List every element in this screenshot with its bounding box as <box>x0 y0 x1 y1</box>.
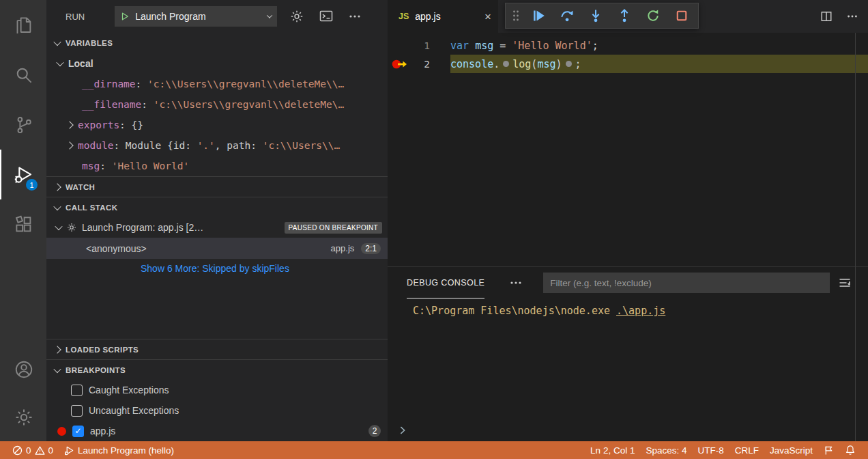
code-editor[interactable]: 1 var msg = 'Hello World'; 2 console.log… <box>388 33 868 266</box>
call-stack-section-label: CALL STACK <box>66 204 117 212</box>
scope-local-row[interactable]: Local <box>46 53 388 74</box>
step-over-button[interactable] <box>555 5 579 26</box>
language-mode-status[interactable]: JavaScript <box>764 441 818 459</box>
close-tab-icon[interactable]: × <box>484 11 491 23</box>
appjs-breakpoint-checkbox[interactable]: ✓ <box>72 426 84 437</box>
stack-frame-row[interactable]: <anonymous> app.js 2:1 <box>46 238 388 259</box>
breakpoint-label: Uncaught Exceptions <box>89 405 179 416</box>
frame-location-badge: 2:1 <box>361 243 381 254</box>
views-more-icon[interactable] <box>348 10 362 23</box>
debug-console-toggle-icon[interactable] <box>318 8 334 25</box>
console-input-row[interactable] <box>388 419 868 441</box>
notifications-bell-icon[interactable] <box>839 441 861 459</box>
editor-tab-bar: JS app.js × <box>388 0 868 33</box>
stop-button[interactable] <box>669 5 694 26</box>
chevron-down-icon <box>56 59 63 66</box>
variable-row-exports[interactable]: exports: {} <box>46 115 388 135</box>
debug-toolbar <box>505 3 699 29</box>
debug-badge: 1 <box>26 179 38 191</box>
activity-bar-bottom <box>0 346 46 441</box>
code-line-1[interactable]: 1 var msg = 'Hello World'; <box>388 36 868 55</box>
accounts-icon[interactable] <box>0 346 46 393</box>
debug-status-icon <box>64 445 74 456</box>
javascript-file-icon: JS <box>399 12 409 21</box>
indentation-status[interactable]: Spaces: 4 <box>640 441 692 459</box>
variable-row-dirname[interactable]: __dirname: 'c:\\Users\\gregvanl\\deleteM… <box>46 74 388 94</box>
breakpoint-label: Caught Exceptions <box>89 385 169 395</box>
chevron-down-icon <box>53 38 61 46</box>
search-icon[interactable] <box>0 50 46 100</box>
feedback-icon[interactable] <box>818 441 839 459</box>
step-out-button[interactable] <box>612 5 637 26</box>
chevron-right-icon <box>53 183 61 191</box>
configure-gear-icon[interactable] <box>289 9 304 24</box>
debug-session-status[interactable]: Launch Program (hello) <box>59 441 179 459</box>
status-bar: 0 0 Launch Program (hello) Ln 2, Col 1 S… <box>0 441 868 459</box>
settings-gear-icon[interactable] <box>0 393 46 441</box>
loaded-scripts-section-header[interactable]: LOADED SCRIPTS <box>46 339 388 359</box>
breakpoint-label: app.js <box>90 426 115 436</box>
gutter-line-1[interactable]: 1 <box>388 36 450 55</box>
panel-more-icon[interactable] <box>509 276 523 290</box>
restart-button[interactable] <box>641 5 665 26</box>
collapse-all-icon[interactable] <box>838 276 852 290</box>
watch-section-header[interactable]: WATCH <box>46 176 388 197</box>
breakpoint-with-current-arrow-icon[interactable] <box>392 59 410 70</box>
editor-more-icon[interactable] <box>846 10 858 23</box>
toolbar-drag-handle[interactable] <box>510 5 522 26</box>
run-and-debug-icon[interactable]: 1 <box>0 150 46 199</box>
call-stack-section-header[interactable]: CALL STACK <box>46 197 388 217</box>
session-label: Launch Program: app.js [2… <box>82 222 203 233</box>
explorer-icon[interactable] <box>0 0 46 50</box>
code-line-content: var msg = 'Hello World'; <box>450 36 868 55</box>
run-view-toolbar <box>289 8 362 25</box>
chevron-right-icon[interactable] <box>66 121 73 128</box>
breakpoints-section-label: BREAKPOINTS <box>66 366 126 374</box>
line-number: 2 <box>424 59 430 70</box>
run-view-title: RUN <box>66 12 85 22</box>
variable-row-msg[interactable]: msg: 'Hello World' <box>46 156 388 176</box>
console-output[interactable]: C:\Program Files\nodejs\node.exe .\app.j… <box>388 298 868 419</box>
debug-console-panel: DEBUG CONSOLE C:\Program Files\nodejs\no… <box>388 266 868 441</box>
cursor-position-status[interactable]: Ln 2, Col 1 <box>585 441 640 459</box>
main-row: 1 RUN Launch Program <box>0 0 868 441</box>
chevron-right-icon[interactable] <box>66 141 73 149</box>
tab-appjs[interactable]: JS app.js × <box>388 0 498 33</box>
console-filter-input[interactable] <box>543 273 830 293</box>
gutter-line-2[interactable]: 2 <box>388 55 450 73</box>
eol-status[interactable]: CRLF <box>729 441 764 459</box>
breakpoint-row-appjs[interactable]: ✓ app.js 2 <box>46 421 388 441</box>
breakpoint-count-badge: 2 <box>368 425 381 437</box>
show-more-frames-link[interactable]: Show 6 More: Skipped by skipFiles <box>46 259 388 278</box>
breakpoint-row-caught-exceptions[interactable]: Caught Exceptions <box>46 380 388 400</box>
uncaught-exceptions-checkbox[interactable] <box>71 405 83 417</box>
source-control-icon[interactable] <box>0 100 46 150</box>
activity-bar-top: 1 <box>0 0 46 249</box>
tab-debug-console[interactable]: DEBUG CONSOLE <box>407 267 484 298</box>
breakpoint-row-uncaught-exceptions[interactable]: Uncaught Exceptions <box>46 400 388 421</box>
continue-button[interactable] <box>526 5 551 26</box>
variable-row-filename[interactable]: __filename: 'c:\\Users\\gregvanl\\delete… <box>46 94 388 115</box>
breakpoints-section-header[interactable]: BREAKPOINTS <box>46 359 388 380</box>
problems-status[interactable]: 0 0 <box>7 441 59 459</box>
start-debug-icon <box>120 12 130 21</box>
code-line-2[interactable]: 2 console.log(msg); <box>388 55 868 73</box>
chevron-down-icon <box>267 12 272 18</box>
step-into-button[interactable] <box>583 5 608 26</box>
debug-session-row[interactable]: Launch Program: app.js [2… PAUSED ON BRE… <box>46 217 388 238</box>
panel-actions <box>838 276 852 290</box>
scope-label: Local <box>68 58 93 69</box>
encoding-status[interactable]: UTF-8 <box>692 441 729 459</box>
paused-on-breakpoint-badge: PAUSED ON BREAKPOINT <box>285 222 382 234</box>
variables-section-header[interactable]: VARIABLES <box>46 33 388 53</box>
vscode-window: 1 RUN Launch Program <box>0 0 868 459</box>
split-editor-icon[interactable] <box>820 10 833 23</box>
console-prompt-chevron-icon <box>398 426 407 435</box>
variables-section-label: VARIABLES <box>66 39 113 47</box>
launch-config-dropdown[interactable]: Launch Program <box>115 6 277 27</box>
variable-row-module[interactable]: module: Module {id: '.', path: 'c:\\User… <box>46 135 388 156</box>
caught-exceptions-checkbox[interactable] <box>71 385 83 396</box>
debug-status-label: Launch Program (hello) <box>78 445 174 456</box>
tab-label: app.js <box>415 11 440 22</box>
extensions-icon[interactable] <box>0 199 46 249</box>
